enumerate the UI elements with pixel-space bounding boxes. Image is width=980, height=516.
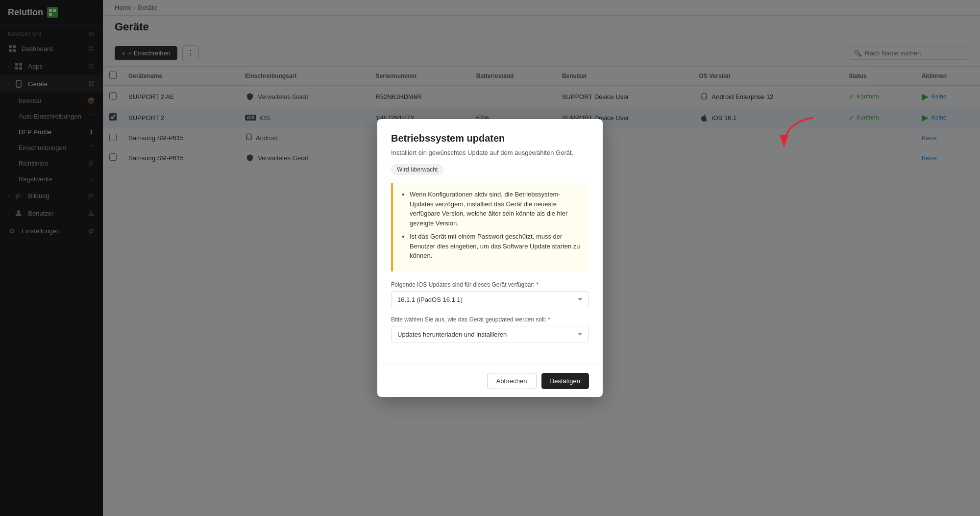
update-method-select[interactable]: Updates herunterladen und installieren xyxy=(391,326,589,343)
ios-update-select[interactable]: 16.1.1 (iPadOS 16.1.1) xyxy=(391,291,589,308)
modal-info-box: Wenn Konfigurationen aktiv sind, die Bet… xyxy=(391,183,589,271)
info-point-2: Ist das Gerät mit einem Passwort geschüt… xyxy=(410,232,581,261)
modal-body: Betriebssystem updaten Installiert ein g… xyxy=(377,119,603,365)
dropdown2-label: Bitte wählen Sie aus, wie das Gerät geup… xyxy=(391,316,589,323)
confirm-button[interactable]: Bestätigen xyxy=(541,373,589,389)
modal-field-updates: Folgende iOS Updates sind für dieses Ger… xyxy=(391,281,589,308)
modal-footer: Abbrechen Bestätigen xyxy=(377,365,603,397)
modal-field-method: Bitte wählen Sie aus, wie das Gerät geup… xyxy=(391,316,589,343)
modal-title: Betriebssystem updaten xyxy=(391,133,589,144)
cancel-button[interactable]: Abbrechen xyxy=(487,373,537,389)
info-point-1: Wenn Konfigurationen aktiv sind, die Bet… xyxy=(410,190,581,228)
modal-subtitle: Installiert ein gewünschtes Update auf d… xyxy=(391,149,589,156)
modal-overlay: Betriebssystem updaten Installiert ein g… xyxy=(0,0,980,516)
modal-tag: Wird überwacht xyxy=(391,164,443,175)
dropdown1-label: Folgende iOS Updates sind für dieses Ger… xyxy=(391,281,589,288)
modal: Betriebssystem updaten Installiert ein g… xyxy=(377,119,603,397)
